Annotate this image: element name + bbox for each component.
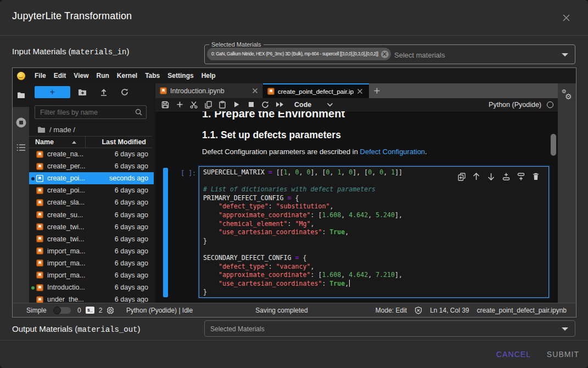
- code-editor[interactable]: SUPERCELL_MATRIX = [[1, 0, 0], [0, 1, 0]…: [203, 168, 402, 297]
- insert-cell-below-icon[interactable]: [513, 172, 528, 182]
- input-materials-placeholder: Select materials: [394, 51, 445, 59]
- new-tab-icon[interactable]: [369, 83, 384, 98]
- copy-icon[interactable]: [201, 98, 215, 111]
- settings-gears-icon[interactable]: ⚙⚙: [561, 89, 572, 100]
- menu-file[interactable]: File: [31, 72, 50, 80]
- notebook-file-icon: [36, 223, 43, 230]
- terminal-icon: $_: [86, 307, 94, 314]
- tab-introduction[interactable]: Introduction.ipynb: [155, 83, 263, 98]
- simple-mode-toggle[interactable]: [53, 307, 71, 314]
- output-select-caret-icon[interactable]: [562, 327, 568, 331]
- submit-button[interactable]: SUBMIT: [542, 347, 584, 361]
- menu-help[interactable]: Help: [198, 72, 220, 80]
- notebook-scrollbar-thumb[interactable]: [551, 134, 556, 156]
- toc-list-icon: [16, 144, 26, 151]
- close-icon[interactable]: [558, 10, 574, 25]
- duplicate-cell-icon[interactable]: [454, 172, 469, 182]
- tab-create-point-defect-pair[interactable]: create_point_defect_pair.ip: [263, 83, 369, 98]
- tab-label: create_point_defect_pair.ip: [278, 88, 354, 95]
- column-header-modified[interactable]: Last Modified: [102, 138, 146, 146]
- left-sidebar-strip: [13, 83, 29, 303]
- upload-icon[interactable]: [98, 86, 110, 98]
- file-row[interactable]: create_poi...seconds ago: [29, 172, 155, 184]
- stop-icon[interactable]: [244, 98, 258, 111]
- insert-cell-icon[interactable]: [172, 98, 187, 111]
- file-name: create_na...: [47, 150, 83, 158]
- menu-settings[interactable]: Settings: [164, 72, 197, 80]
- file-list-header: Name Last Modified: [29, 136, 152, 148]
- file-name: create_sla...: [47, 199, 85, 206]
- delete-cell-icon[interactable]: [528, 172, 543, 182]
- sort-ascending-icon: [72, 141, 76, 144]
- running-kernel-dot: [31, 286, 35, 290]
- sidebar-tab-file-browser[interactable]: [13, 83, 29, 107]
- running-sessions[interactable]: 0 $_ 2: [77, 307, 114, 314]
- output-materials-select[interactable]: Selected Materials: [204, 320, 575, 337]
- sidebar-tab-table-of-contents[interactable]: [13, 141, 29, 154]
- file-row[interactable]: Introductio...6 days ago: [29, 281, 155, 293]
- breadcrumb-path[interactable]: / made /: [49, 126, 75, 134]
- file-row[interactable]: import_ma...6 days ago: [29, 269, 155, 281]
- code-line: "approximate_coordinate": [1.608, 4.642,…: [203, 271, 402, 280]
- input-select-caret-icon[interactable]: [562, 53, 568, 56]
- save-icon[interactable]: [158, 98, 172, 111]
- file-name: create_poi...: [47, 174, 85, 182]
- file-row[interactable]: create_per...6 days ago: [29, 160, 155, 172]
- file-row[interactable]: create_poi...6 days ago: [29, 184, 155, 196]
- file-modified: 6 days ago: [115, 211, 148, 219]
- run-icon[interactable]: [229, 98, 244, 111]
- cursor-position[interactable]: Ln 14, Col 39: [430, 307, 469, 314]
- code-line: [203, 245, 402, 254]
- footer-divider: [0, 340, 588, 341]
- input-materials-select[interactable]: Selected Materials 0: GaN, Gallium Nitri…: [204, 44, 575, 64]
- column-separator: [85, 137, 86, 148]
- file-filter-input[interactable]: [35, 109, 135, 116]
- toggle-knob: [53, 307, 61, 314]
- cut-icon[interactable]: [187, 98, 201, 111]
- menu-run[interactable]: Run: [92, 72, 113, 80]
- tab-close-icon[interactable]: [252, 88, 258, 94]
- move-cell-down-icon[interactable]: [484, 172, 499, 182]
- file-row[interactable]: create_sla...6 days ago: [29, 196, 155, 208]
- file-row[interactable]: create_na...6 days ago: [29, 148, 155, 160]
- file-row[interactable]: import_ma...6 days ago: [29, 245, 155, 257]
- cancel-button[interactable]: CANCEL: [490, 347, 537, 361]
- file-row[interactable]: import_ma...6 days ago: [29, 257, 155, 269]
- restart-run-all-icon[interactable]: [272, 98, 287, 111]
- text-cursor: [349, 280, 350, 287]
- chip-delete-icon[interactable]: [381, 50, 389, 58]
- breadcrumb: / made /: [37, 124, 75, 134]
- menu-view[interactable]: View: [70, 72, 92, 80]
- notebook-file-icon: [267, 88, 275, 95]
- file-name: under_the...: [47, 296, 84, 303]
- new-folder-icon[interactable]: [76, 86, 88, 98]
- file-row[interactable]: under_the...6 days ago: [29, 293, 155, 303]
- home-folder-icon[interactable]: [37, 126, 46, 133]
- kernel-status-text[interactable]: Python (Pyodide) | Idle: [126, 307, 193, 314]
- paste-icon[interactable]: [215, 98, 229, 111]
- defect-configuration-link[interactable]: Defect Configuration: [360, 148, 425, 156]
- file-row[interactable]: create_su...6 days ago: [29, 208, 155, 220]
- column-header-name[interactable]: Name: [35, 138, 54, 146]
- menu-edit[interactable]: Edit: [50, 72, 70, 80]
- file-row[interactable]: create_twi...6 days ago: [29, 221, 155, 233]
- cell-collapser[interactable]: [163, 168, 168, 297]
- sidebar-tab-running-kernels[interactable]: [13, 114, 29, 131]
- output-materials-select-label: Selected Materials: [210, 325, 265, 333]
- restart-kernel-icon[interactable]: [258, 98, 272, 111]
- code-cell[interactable]: SUPERCELL_MATRIX = [[1, 0, 0], [0, 1, 0]…: [199, 166, 549, 298]
- file-row[interactable]: create_twi...6 days ago: [29, 233, 155, 245]
- refresh-icon[interactable]: [119, 86, 131, 98]
- menu-tabs[interactable]: Tabs: [141, 72, 164, 80]
- new-launcher-button[interactable]: +: [35, 86, 70, 98]
- code-line: "chemical_element": "Mg",: [203, 220, 402, 229]
- insert-cell-above-icon[interactable]: [499, 172, 513, 182]
- move-cell-up-icon[interactable]: [469, 172, 484, 182]
- cell-type-dropdown[interactable]: Code: [294, 101, 333, 109]
- menu-kernel[interactable]: Kernel: [113, 72, 141, 80]
- material-chip[interactable]: 0: GaN, Gallium Nitride, HEX (P6_3mc) 3D…: [207, 48, 391, 60]
- kernel-indicator[interactable]: Python (Pyodide): [489, 101, 553, 109]
- tab-close-icon[interactable]: [357, 88, 363, 94]
- chevron-down-icon: [327, 103, 333, 107]
- markdown-paragraph: Defect Configuration parameters are desc…: [202, 148, 427, 156]
